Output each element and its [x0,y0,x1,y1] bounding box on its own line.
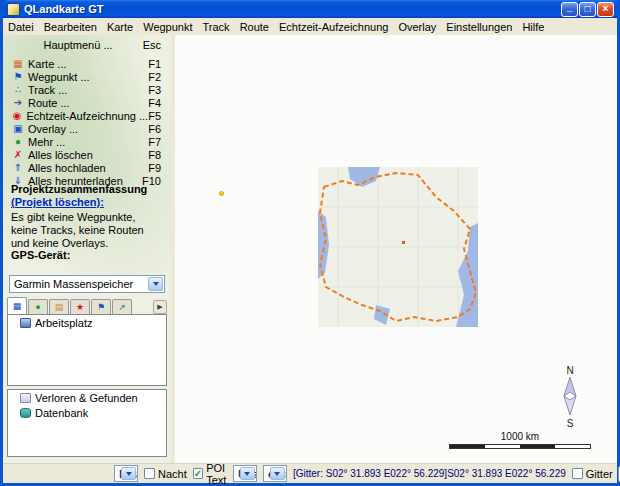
sidebar-item-wegpunkt[interactable]: ⚑ Wegpunkt ... F2 [3,70,171,83]
combobox-dropdown-button[interactable] [121,467,136,480]
upload-icon: ⇑ [12,163,24,173]
gitter-checkbox[interactable] [572,468,583,479]
record-icon: ◉ [12,111,22,121]
combobox-dropdown-button[interactable] [148,277,163,291]
window-title: QLandkarte GT [24,3,560,15]
menu-bar: Datei Bearbeiten Karte Wegpunkt Track Ro… [3,18,617,35]
map-type-combobox[interactable]: Unspezifiziert [233,465,257,482]
menu-wegpunkt[interactable]: Wegpunkt [138,20,197,34]
sidebar-item-alles-loeschen[interactable]: ✗ Alles löschen F8 [3,148,171,161]
sidebar-item-route[interactable]: ➔ Route ... F4 [3,96,171,109]
item-label: Track ... [28,84,67,96]
browser-tabbar: ▦ ● ▤ ★ ⚑ ↗ ▶ [7,297,167,314]
route-icon: ➔ [12,98,24,108]
waypoints-tab-icon: ⚑ [97,303,105,312]
item-label: Karte ... [28,58,67,70]
maximize-button[interactable]: □ [579,2,596,17]
statusbar-right-group: Gitter [572,466,620,482]
poi-text-label: POI Text [206,462,227,486]
tab-favorites[interactable]: ★ [70,299,90,314]
sidebar-item-alles-hochladen[interactable]: ⇑ Alles hochladen F9 [3,161,171,174]
waypoint-marker [219,191,224,196]
tree-item-datenbank[interactable]: Datenbank [8,405,166,420]
main-menu-title: Hauptmenü ... [3,39,153,51]
sidebar-item-echtzeit[interactable]: ◉ Echtzeit-Aufzeichnung ... F5 [3,109,171,122]
documents-tab-icon: ▤ [55,303,64,312]
combobox-dropdown-button[interactable] [240,467,255,480]
delete-icon: ✗ [12,150,24,160]
item-shortcut: F6 [148,123,161,135]
menu-bearbeiten[interactable]: Bearbeiten [39,20,102,34]
title-bar: QLandkarte GT _ □ × [3,0,617,18]
item-shortcut: F3 [148,84,161,96]
compass-north-label: N [557,365,583,376]
item-label: Wegpunkt ... [28,71,90,83]
menu-karte[interactable]: Karte [102,20,138,34]
menu-track[interactable]: Track [198,20,235,34]
main-menu-shortcut: Esc [143,39,161,51]
poi-text-checkbox[interactable]: ✓ [193,468,203,479]
map-canvas[interactable]: N S 1000 km [175,35,617,463]
menu-echtzeit[interactable]: Echtzeit-Aufzeichnung [274,20,393,34]
item-shortcut: F5 [148,110,161,122]
map-scalebar: 1000 km [449,431,591,449]
gps-device-value: Garmin Massenspeicher [14,278,133,290]
status-bar: Detail 0 Nacht ✓ POI Text Unspezifiziert… [3,463,617,483]
tree-item-arbeitsplatz[interactable]: Arbeitsplatz [8,315,166,330]
detail-level-combobox[interactable]: Detail 0 [114,465,138,482]
chevron-down-icon [153,282,159,286]
tab-tracks[interactable]: ↗ [112,299,132,314]
sidebar-item-track[interactable]: ∴ Track ... F3 [3,83,171,96]
globe-tab-icon: ● [35,303,40,312]
minimize-button[interactable]: _ [561,2,578,17]
item-shortcut: F7 [148,136,161,148]
menu-datei[interactable]: Datei [3,20,39,34]
menu-route[interactable]: Route [235,20,274,34]
menu-einstellungen[interactable]: Einstellungen [441,20,517,34]
database-tree-panel: Verloren & Gefunden Datenbank [7,389,167,457]
tab-documents[interactable]: ▤ [49,299,69,314]
cursor-position-readout: [Gitter: S02° 31.893 E022° 56.229]S02° 3… [293,468,566,479]
item-label: Mehr ... [28,136,65,148]
menu-overlay[interactable]: Overlay [393,20,441,34]
nacht-checkbox-group: Nacht [144,468,187,480]
content-area: Hauptmenü ... Esc ▦ Karte ... F1 ⚑ Wegpu… [3,35,617,463]
tab-files[interactable]: ▦ [7,297,27,314]
computer-icon [20,318,31,328]
scale-strip [449,444,591,449]
sidebar-item-karte[interactable]: ▦ Karte ... F1 [3,57,171,70]
tree-item-verloren-gefunden[interactable]: Verloren & Gefunden [8,390,166,405]
sidebar-item-overlay[interactable]: ▣ Overlay ... F6 [3,122,171,135]
project-summary-text: Es gibt keine Wegpunkte, keine Tracks, k… [11,211,163,250]
nacht-checkbox[interactable] [144,468,155,479]
tab-scroll-right-button[interactable]: ▶ [153,300,167,314]
chevron-down-icon [126,472,132,476]
item-label: Route ... [28,97,70,109]
overlay-icon: ▣ [12,124,24,134]
chevron-down-icon [274,472,280,476]
close-button[interactable]: × [597,2,614,17]
sidebar-item-mehr[interactable]: ● Mehr ... F7 [3,135,171,148]
tab-waypoints[interactable]: ⚑ [91,299,111,314]
project-delete-link[interactable]: (Projekt löschen): [11,196,104,208]
menu-hilfe[interactable]: Hilfe [517,20,549,34]
app-window: QLandkarte GT _ □ × Datei Bearbeiten Kar… [0,0,620,486]
tree-item-label: Verloren & Gefunden [35,392,138,404]
gps-device-label: GPS-Gerät: [11,249,70,261]
combobox-dropdown-button[interactable] [270,467,285,480]
gitter-label: Gitter [586,468,613,480]
database-icon [20,408,31,418]
project-summary-header: Projektzusammenfassung (Projekt löschen)… [11,183,163,209]
sidebar: Hauptmenü ... Esc ▦ Karte ... F1 ⚑ Wegpu… [3,35,171,463]
files-tab-icon: ▦ [13,302,22,311]
gps-device-combobox[interactable]: Garmin Massenspeicher [9,275,165,293]
item-shortcut: F8 [148,149,161,161]
sidebar-menu: ▦ Karte ... F1 ⚑ Wegpunkt ... F2 ∴ Track… [3,57,171,187]
main-menu-header: Hauptmenü ... Esc [3,39,171,53]
file-tree-panel: Arbeitsplatz [7,314,167,386]
map-tile-tanzania [318,167,478,327]
favorites-tab-icon: ★ [76,303,84,312]
map-name-combobox[interactable]: easytan [263,465,287,482]
tree-item-label: Datenbank [35,407,88,419]
tab-globe[interactable]: ● [28,299,48,314]
